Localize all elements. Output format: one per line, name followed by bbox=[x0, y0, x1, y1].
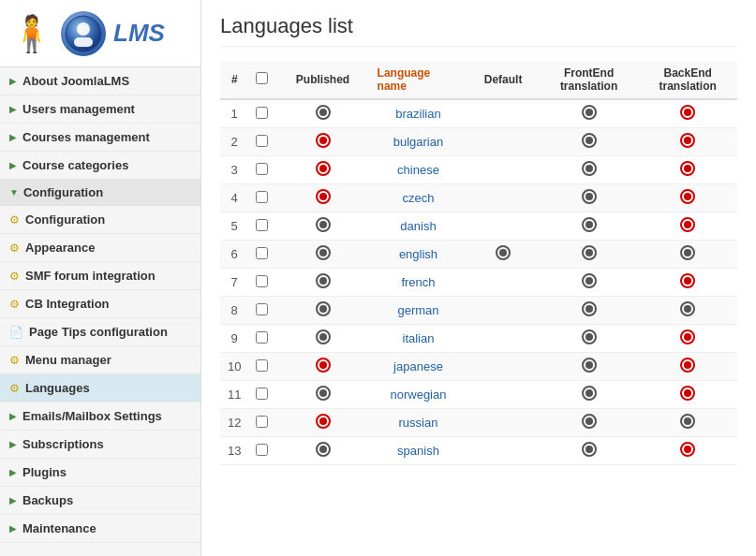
row-checkbox[interactable] bbox=[256, 163, 268, 175]
sidebar-item-plugins[interactable]: ▶ Plugins bbox=[0, 459, 200, 487]
published-yes-icon[interactable] bbox=[316, 245, 331, 260]
language-link[interactable]: chinese bbox=[397, 163, 439, 177]
sidebar-item-users[interactable]: ▶ Users management bbox=[0, 95, 200, 124]
language-link[interactable]: french bbox=[401, 275, 435, 289]
row-backend[interactable] bbox=[638, 128, 737, 156]
row-backend[interactable] bbox=[638, 381, 737, 409]
row-checkbox[interactable] bbox=[256, 388, 268, 400]
frontend-yes-icon[interactable] bbox=[582, 358, 597, 373]
published-yes-icon[interactable] bbox=[316, 442, 331, 457]
row-published[interactable] bbox=[275, 297, 369, 325]
language-link[interactable]: brazilian bbox=[395, 107, 440, 121]
row-checkbox-cell[interactable] bbox=[248, 128, 275, 156]
row-language-name[interactable]: danish bbox=[370, 212, 467, 241]
row-checkbox[interactable] bbox=[256, 416, 268, 428]
sidebar-item-languages[interactable]: ⚙ Languages bbox=[0, 374, 200, 402]
row-published[interactable] bbox=[275, 353, 369, 381]
frontend-yes-icon[interactable] bbox=[582, 386, 597, 401]
row-frontend[interactable] bbox=[540, 381, 639, 409]
select-all-checkbox[interactable] bbox=[256, 72, 268, 84]
row-checkbox-cell[interactable] bbox=[248, 297, 275, 325]
backend-no-icon[interactable] bbox=[680, 273, 695, 288]
row-checkbox[interactable] bbox=[256, 275, 268, 287]
backend-no-icon[interactable] bbox=[680, 386, 695, 401]
published-no-icon[interactable] bbox=[316, 189, 331, 204]
backend-no-icon[interactable] bbox=[680, 161, 695, 176]
row-published[interactable] bbox=[275, 128, 369, 156]
row-published[interactable] bbox=[275, 156, 369, 184]
row-checkbox[interactable] bbox=[256, 107, 268, 119]
frontend-yes-icon[interactable] bbox=[582, 301, 597, 316]
backend-yes-icon[interactable] bbox=[680, 414, 695, 429]
row-checkbox-cell[interactable] bbox=[248, 409, 275, 437]
row-language-name[interactable]: french bbox=[370, 269, 467, 297]
row-language-name[interactable]: japanese bbox=[370, 353, 467, 381]
language-link[interactable]: german bbox=[397, 303, 438, 317]
published-no-icon[interactable] bbox=[316, 161, 331, 176]
language-link[interactable]: bulgarian bbox=[393, 135, 444, 149]
backend-yes-icon[interactable] bbox=[680, 245, 695, 260]
published-yes-icon[interactable] bbox=[316, 329, 331, 344]
sidebar-item-subscriptions[interactable]: ▶ Subscriptions bbox=[0, 431, 200, 459]
row-checkbox[interactable] bbox=[256, 247, 268, 259]
frontend-yes-icon[interactable] bbox=[582, 133, 597, 148]
row-language-name[interactable]: german bbox=[370, 297, 467, 325]
backend-yes-icon[interactable] bbox=[680, 301, 695, 316]
backend-no-icon[interactable] bbox=[680, 442, 695, 457]
row-backend[interactable] bbox=[638, 156, 737, 184]
language-link[interactable]: russian bbox=[399, 416, 438, 430]
row-published[interactable] bbox=[275, 381, 369, 409]
frontend-yes-icon[interactable] bbox=[582, 442, 597, 457]
sidebar-item-configuration[interactable]: ⚙ Configuration bbox=[0, 206, 200, 234]
row-checkbox-cell[interactable] bbox=[248, 241, 275, 269]
published-yes-icon[interactable] bbox=[316, 105, 331, 120]
published-yes-icon[interactable] bbox=[316, 217, 331, 232]
published-yes-icon[interactable] bbox=[316, 301, 331, 316]
sidebar-item-about[interactable]: ▶ About JoomlaLMS bbox=[0, 67, 200, 95]
row-frontend[interactable] bbox=[540, 156, 639, 184]
row-checkbox[interactable] bbox=[256, 191, 268, 203]
frontend-yes-icon[interactable] bbox=[582, 217, 597, 232]
sidebar-item-backups[interactable]: ▶ Backups bbox=[0, 487, 200, 515]
language-link[interactable]: czech bbox=[403, 191, 435, 205]
backend-no-icon[interactable] bbox=[680, 358, 695, 373]
published-yes-icon[interactable] bbox=[316, 273, 331, 288]
row-checkbox-cell[interactable] bbox=[248, 437, 275, 465]
row-language-name[interactable]: russian bbox=[370, 409, 467, 437]
row-checkbox-cell[interactable] bbox=[248, 212, 275, 241]
frontend-yes-icon[interactable] bbox=[582, 329, 597, 344]
sidebar-section-configuration[interactable]: ▼ Configuration bbox=[0, 180, 200, 206]
row-frontend[interactable] bbox=[540, 269, 639, 297]
language-link[interactable]: norwegian bbox=[390, 388, 446, 402]
row-published[interactable] bbox=[275, 437, 369, 465]
row-checkbox-cell[interactable] bbox=[248, 353, 275, 381]
row-checkbox[interactable] bbox=[256, 303, 268, 315]
row-frontend[interactable] bbox=[540, 99, 639, 128]
language-link[interactable]: italian bbox=[403, 331, 435, 345]
row-language-name[interactable]: bulgarian bbox=[370, 128, 467, 156]
sidebar-item-emails[interactable]: ▶ Emails/Mailbox Settings bbox=[0, 402, 200, 431]
row-frontend[interactable] bbox=[540, 212, 639, 241]
row-backend[interactable] bbox=[638, 353, 737, 381]
frontend-yes-icon[interactable] bbox=[582, 161, 597, 176]
row-checkbox-cell[interactable] bbox=[248, 184, 275, 212]
row-language-name[interactable]: english bbox=[370, 241, 467, 269]
frontend-yes-icon[interactable] bbox=[582, 273, 597, 288]
row-backend[interactable] bbox=[638, 269, 737, 297]
row-backend[interactable] bbox=[638, 184, 737, 212]
frontend-yes-icon[interactable] bbox=[582, 105, 597, 120]
row-frontend[interactable] bbox=[540, 128, 639, 156]
sidebar-item-pagetips[interactable]: 📄 Page Tips configuration bbox=[0, 318, 200, 346]
row-published[interactable] bbox=[275, 269, 369, 297]
row-checkbox[interactable] bbox=[256, 359, 268, 372]
row-checkbox[interactable] bbox=[256, 135, 268, 147]
row-language-name[interactable]: italian bbox=[370, 325, 467, 353]
row-published[interactable] bbox=[275, 212, 369, 241]
row-checkbox[interactable] bbox=[256, 219, 268, 231]
row-language-name[interactable]: czech bbox=[370, 184, 467, 212]
published-yes-icon[interactable] bbox=[316, 386, 331, 401]
row-backend[interactable] bbox=[638, 99, 737, 128]
row-backend[interactable] bbox=[638, 409, 737, 437]
row-frontend[interactable] bbox=[540, 353, 639, 381]
row-published[interactable] bbox=[275, 184, 369, 212]
